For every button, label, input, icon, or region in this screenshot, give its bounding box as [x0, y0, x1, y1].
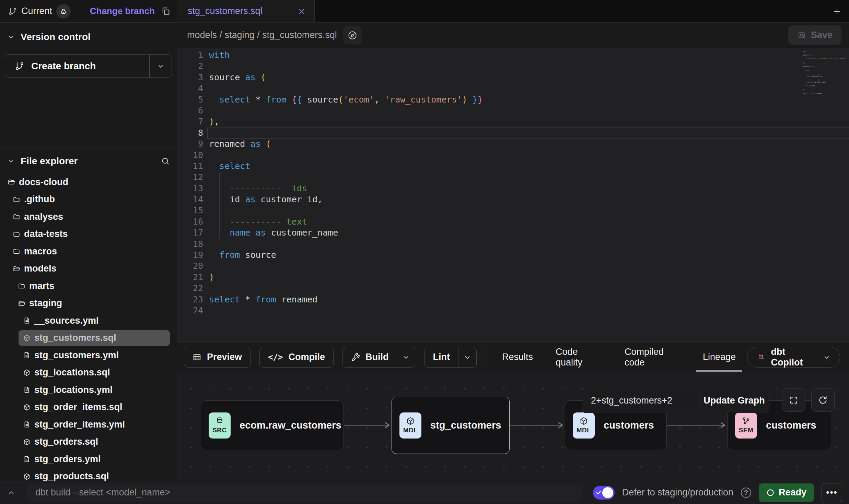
file-explorer-title: File explorer [21, 156, 78, 167]
preview-button[interactable]: Preview [184, 347, 251, 368]
line-number-gutter: 123456789101112131415161718192021222324 [177, 50, 203, 316]
indent-guide [209, 150, 209, 161]
compile-button[interactable]: </> Compile [259, 347, 334, 368]
wrench-icon [351, 353, 360, 362]
code-line: source as ( [209, 72, 849, 83]
chevron-down-icon [7, 33, 15, 41]
chevron-down-icon [402, 353, 410, 362]
panel-tab-code-quality[interactable]: Code quality [544, 343, 613, 372]
update-graph-button[interactable]: Update Graph [699, 388, 769, 413]
file-name: marts [29, 281, 55, 291]
indent-guide [219, 194, 220, 205]
line-number: 18 [177, 239, 203, 250]
code-line: ---------- text [209, 216, 849, 227]
lineage-node-mdl-stg-customers[interactable]: MDLstg_customers [392, 397, 510, 454]
doc-icon [23, 455, 31, 463]
file-explorer-section: File explorer docs-cloud.githubanalysesd… [0, 147, 177, 485]
lint-dropdown[interactable] [458, 347, 476, 367]
indent-guide [209, 172, 209, 183]
main-area: stg_customers.sql models / staging / stg… [177, 0, 849, 481]
file-name: data-tests [24, 229, 68, 239]
build-button[interactable]: Build [342, 347, 416, 368]
indent-guide [209, 183, 209, 194]
file-tree-item-data-tests[interactable]: data-tests [0, 226, 177, 243]
branch-header: Current Change branch [0, 0, 177, 23]
file-tree-item-models[interactable]: models [0, 260, 177, 278]
build-dropdown[interactable] [397, 347, 415, 367]
dbt-copilot-button[interactable]: dbt Copilot [747, 347, 840, 368]
new-tab-button[interactable] [825, 0, 849, 22]
file-tree-item--github[interactable]: .github [0, 191, 177, 208]
fullscreen-button[interactable] [782, 388, 805, 412]
version-control-header[interactable]: Version control [0, 26, 177, 48]
search-icon[interactable] [161, 157, 170, 166]
code-area[interactable]: withsource as ( select * from {{ source(… [209, 50, 849, 316]
refresh-button[interactable] [811, 388, 835, 412]
editor-tab[interactable]: stg_customers.sql [177, 0, 315, 22]
code-line: select * from renamed [209, 294, 849, 305]
file-explorer-header[interactable]: File explorer [0, 150, 177, 172]
ready-status-button[interactable]: Ready [759, 483, 814, 502]
close-icon[interactable] [297, 7, 306, 16]
change-branch-link[interactable]: Change branch [90, 6, 155, 16]
indent-guide [219, 172, 220, 183]
file-tree-item-macros[interactable]: macros [0, 243, 177, 260]
file-name: stg_locations.yml [34, 385, 113, 395]
breadcrumb: models / staging / stg_customers.sql [187, 30, 337, 40]
more-options-button[interactable]: ••• [822, 483, 842, 502]
expand-command-bar-button[interactable] [0, 481, 23, 504]
ready-label: Ready [779, 487, 806, 498]
create-branch-button[interactable]: Create branch [5, 54, 172, 78]
indent-guide [209, 83, 209, 94]
copilot-label: dbt Copilot [771, 347, 817, 368]
file-tree-item-stg-order-items-sql[interactable]: stg_order_items.sql [0, 399, 177, 416]
code-line: select * from {{ source('ecom', 'raw_cus… [209, 94, 849, 105]
folder-open-icon [8, 178, 15, 186]
folder-open-icon [18, 300, 25, 307]
lineage-selector-input[interactable]: 2+stg_customers+2 [582, 388, 699, 413]
code-line [207, 128, 849, 139]
panel-tab-results[interactable]: Results [491, 343, 544, 372]
file-name: macros [24, 246, 57, 257]
line-number: 2 [177, 61, 203, 72]
panel-tab-lineage[interactable]: Lineage [691, 343, 747, 372]
toolbar-divider [486, 342, 486, 372]
file-tree-item-stg-orders-sql[interactable]: stg_orders.sql [0, 433, 177, 451]
file-tree-item-stg-locations-sql[interactable]: stg_locations.sql [0, 364, 177, 382]
line-number: 21 [177, 272, 203, 283]
lineage-node-src-ecom-raw-customers[interactable]: SRCecom.raw_customers [201, 400, 344, 450]
file-tree-item-stg-customers-sql[interactable]: stg_customers.sql [0, 329, 177, 347]
code-line: ) [209, 272, 849, 283]
line-number: 5 [177, 94, 203, 105]
indent-guide [209, 205, 209, 216]
file-tree-item-stg-order-items-yml[interactable]: stg_order_items.yml [0, 416, 177, 433]
copilot-compass-button[interactable] [343, 26, 362, 45]
save-button[interactable]: Save [788, 25, 841, 45]
line-number: 10 [177, 150, 203, 161]
code-editor[interactable]: 123456789101112131415161718192021222324 … [177, 48, 849, 342]
fullscreen-icon [789, 395, 799, 405]
file-tree-item-stg-locations-yml[interactable]: stg_locations.yml [0, 381, 177, 399]
file-tree-item-analyses[interactable]: analyses [0, 208, 177, 226]
file-tree-item-marts[interactable]: marts [0, 277, 177, 295]
file-tree-item-docs-cloud[interactable]: docs-cloud [0, 173, 177, 191]
file-tree-item-staging[interactable]: staging [0, 295, 177, 312]
lineage-canvas[interactable]: SRCecom.raw_customersMDLstg_customersMDL… [177, 372, 849, 481]
command-input[interactable]: dbt build --select <model_name> [27, 484, 583, 502]
lint-button[interactable]: Lint [424, 347, 476, 368]
defer-toggle[interactable] [593, 486, 615, 500]
create-branch-dropdown[interactable] [149, 55, 172, 77]
copy-branch-icon[interactable] [161, 7, 171, 16]
code-line: select [209, 161, 849, 172]
line-number: 6 [177, 105, 203, 116]
code-line [209, 61, 849, 72]
help-icon[interactable]: ? [741, 488, 751, 498]
file-tree-item-stg-customers-yml[interactable]: stg_customers.yml [0, 347, 177, 364]
defer-label: Defer to staging/production [622, 487, 733, 498]
line-number: 12 [177, 172, 203, 183]
minimap[interactable]: withsource as ( select * from {{ source(… [803, 50, 846, 96]
file-tree-item--sources-yml[interactable]: __sources.yml [0, 312, 177, 329]
file-tree-item-stg-orders-yml[interactable]: stg_orders.yml [0, 451, 177, 468]
panel-tab-compiled-code[interactable]: Compiled code [613, 343, 691, 372]
folder-open-icon [13, 265, 20, 273]
